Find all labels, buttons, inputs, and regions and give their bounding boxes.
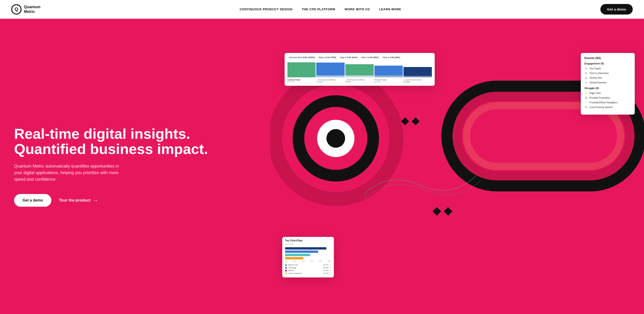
- slow-nav-icon: →: [584, 101, 588, 104]
- rage-click-icon: ⚡: [584, 91, 588, 95]
- event-clicked-text[interactable]: ◎ Clicked Text: [584, 75, 631, 80]
- clicks-panel: Top Clicks/Taps % of Total 0%: [282, 237, 334, 278]
- nav-item-cpd[interactable]: CONTINUOUS PRODUCT DESIGN: [240, 7, 292, 11]
- funnel-step-0: Journey Start 8.8K (100%): [287, 56, 316, 59]
- clicks-bar-1: [285, 247, 331, 250]
- logo[interactable]: Q QuantumMetric: [11, 4, 40, 14]
- funnel-step-3: Step 3 4.4K (50%): [360, 56, 380, 59]
- logo-icon: Q: [11, 4, 22, 14]
- clicks-title: Top Clicks/Taps: [285, 239, 331, 242]
- event-possible-frustration[interactable]: ☹ Possible Frustration: [584, 95, 631, 100]
- spinner-icon: ⟳: [584, 105, 588, 109]
- clicked-text-icon: ◎: [584, 76, 588, 79]
- hero-visual: Journey Start 8.8K (100%) Step 1 6.1K (7…: [270, 19, 644, 314]
- clicks-legend: Add to Cart 34.7% ● View Bag 20.0% ● BOP…: [285, 264, 331, 274]
- logo-text: QuantumMetric: [24, 5, 40, 13]
- funnel-panel: Journey Start 8.8K (100%) Step 1 6.1K (7…: [284, 53, 434, 86]
- event-text-typed[interactable]: ✎ Text Typed: [584, 66, 631, 71]
- event-slow-navigation[interactable]: → Frustrated/Slow Navigation: [584, 100, 631, 105]
- event-rage-click[interactable]: ⚡ Rage Click: [584, 91, 631, 95]
- struggle-title: Struggle (8): [584, 87, 631, 89]
- hero-demo-button[interactable]: Get a demo: [14, 194, 51, 207]
- hero-subtitle: Quantum Metric automatically quantifies …: [14, 163, 122, 183]
- event-time-to-interaction[interactable]: ⏱ Time to Interaction: [584, 71, 631, 75]
- legend-view-bag: View Bag 20.0% ●: [285, 267, 331, 269]
- clicks-bar-2: [285, 251, 331, 253]
- dashboard-container: Journey Start 8.8K (100%) Step 1 6.1K (7…: [280, 48, 634, 285]
- engagement-title: Engagement (9): [584, 62, 631, 65]
- clicks-bar-4: [285, 257, 331, 259]
- event-long-spinner[interactable]: ⟳ Long Running Spinner: [584, 105, 631, 109]
- hero-section: Real-time digital insights. Quantified b…: [0, 19, 644, 314]
- tour-label: Tour the product: [59, 198, 90, 203]
- events-struggle: Struggle (8) ⚡ Rage Click ☹ Possible Fru…: [584, 87, 631, 109]
- hero-buttons: Get a demo Tour the product →: [14, 194, 256, 207]
- legend-guest-checkout: Guest Checkout 27.4% ●: [285, 272, 331, 274]
- funnel-row-3: Product Pages 31.67%: [374, 79, 403, 83]
- text-typed-icon: ✎: [584, 67, 588, 70]
- events-engagement: Engagement (9) ✎ Text Typed ⏱ Time to In…: [584, 62, 631, 85]
- clicks-subtitle: % of Total: [285, 243, 331, 245]
- events-panel: Events (93) Engagement (9) ✎ Text Typed …: [581, 53, 634, 115]
- hero-title: Real-time digital insights. Quantified b…: [14, 126, 256, 157]
- legend-bopis: BOPIS 17.9% ●: [285, 270, 331, 272]
- funnel-row-4: ...y.com/checkout/cart 31.29%: [404, 79, 432, 83]
- event-clicked-element[interactable]: ◻ Clicked Element: [584, 80, 631, 85]
- nav-item-work[interactable]: WORK WITH US: [344, 7, 370, 11]
- nav-item-learn[interactable]: LEARN MORE: [379, 7, 401, 11]
- funnel-row-2: ...dmurray.com/catalog 15.5%: [346, 79, 374, 83]
- time-icon: ⏱: [584, 71, 588, 75]
- funnel-step-1: Step 1 6.1K (70%): [317, 56, 338, 59]
- funnel-header: Journey Start 8.8K (100%) Step 1 6.1K (7…: [287, 56, 432, 59]
- nav-item-platform[interactable]: THE CPD PLATFORM: [302, 7, 335, 11]
- clicked-element-icon: ◻: [584, 81, 588, 84]
- nav-menu: CONTINUOUS PRODUCT DESIGN THE CPD PLATFO…: [240, 7, 401, 11]
- arrow-icon: →: [93, 197, 98, 203]
- navbar-cta-button[interactable]: Get a demo: [600, 4, 633, 14]
- clicks-bar-3: [285, 254, 331, 256]
- funnel-step-4: Step 4 4.3K (49%): [381, 56, 402, 59]
- legend-add-to-cart: Add to Cart 34.7% ●: [285, 264, 331, 266]
- hero-content: Real-time digital insights. Quantified b…: [0, 19, 270, 314]
- funnel-row-1: ...dmurray.com/catalog 31.68%: [316, 79, 345, 83]
- frustration-icon: ☹: [584, 96, 588, 99]
- navbar: Q QuantumMetric CONTINUOUS PRODUCT DESIG…: [0, 0, 644, 19]
- hero-tour-button[interactable]: Tour the product →: [59, 197, 98, 203]
- funnel-step-2: Step 2 5.4K (61%): [338, 56, 359, 59]
- funnel-row-0: Landing Pages 57.07%: [287, 79, 316, 83]
- events-title: Events (93): [584, 56, 631, 60]
